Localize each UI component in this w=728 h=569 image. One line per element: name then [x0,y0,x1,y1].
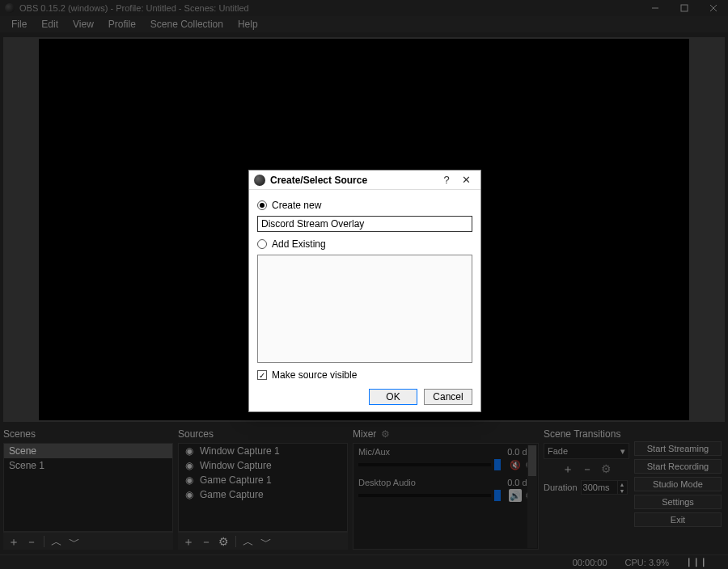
checkbox-icon: ✓ [257,370,267,380]
dialog-icon [254,175,265,186]
create-select-source-dialog: Create/Select Source ? ✕ Create new Add … [248,170,481,412]
create-new-label: Create new [272,200,321,211]
cancel-button[interactable]: Cancel [424,389,472,405]
radio-icon [257,239,267,249]
dialog-close-button[interactable]: ✕ [456,174,476,186]
create-new-radio-row[interactable]: Create new [257,200,472,211]
dialog-help-button[interactable]: ? [437,174,456,186]
make-visible-checkbox-row[interactable]: ✓ Make source visible [257,369,472,381]
ok-button[interactable]: OK [369,389,417,405]
existing-sources-list[interactable] [257,255,472,363]
dialog-buttons: OK Cancel [257,389,472,405]
make-visible-label: Make source visible [272,369,357,381]
radio-icon [257,200,267,210]
source-name-input[interactable] [257,216,472,232]
dialog-titlebar: Create/Select Source ? ✕ [249,171,480,190]
dialog-title-text: Create/Select Source [270,175,367,186]
add-existing-radio-row[interactable]: Add Existing [257,238,472,250]
dialog-body: Create new Add Existing ✓ Make source vi… [249,190,480,411]
add-existing-label: Add Existing [272,238,326,250]
